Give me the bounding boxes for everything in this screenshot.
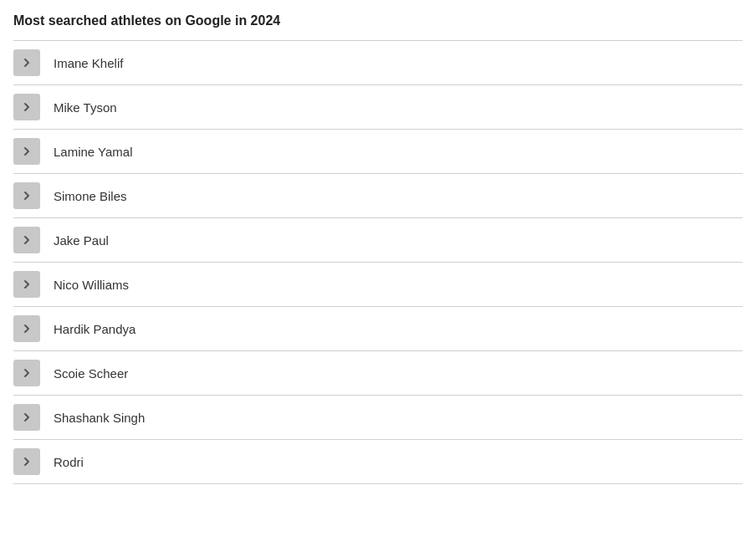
- chevron-right-icon: [21, 190, 33, 202]
- athlete-name: Hardik Pandya: [54, 322, 135, 336]
- chevron-icon[interactable]: [13, 404, 40, 431]
- chevron-icon[interactable]: [13, 227, 40, 253]
- athlete-name: Shashank Singh: [54, 411, 145, 425]
- chevron-right-icon: [21, 411, 33, 423]
- chevron-icon[interactable]: [13, 315, 40, 342]
- chevron-icon[interactable]: [13, 448, 40, 475]
- list-item[interactable]: Hardik Pandya: [13, 307, 743, 351]
- chevron-icon[interactable]: [13, 360, 40, 386]
- page-title: Most searched athletes on Google in 2024: [13, 13, 743, 28]
- athlete-name: Jake Paul: [54, 233, 109, 248]
- chevron-icon[interactable]: [13, 138, 40, 165]
- chevron-right-icon: [21, 456, 33, 468]
- chevron-right-icon: [21, 146, 33, 157]
- list-item[interactable]: Rodri: [13, 440, 743, 484]
- athletes-list: Imane Khelif Mike Tyson Lamine Yamal S: [13, 40, 743, 484]
- chevron-right-icon: [21, 234, 33, 246]
- chevron-right-icon: [21, 278, 33, 290]
- list-item[interactable]: Scoie Scheer: [13, 351, 743, 396]
- list-item[interactable]: Shashank Singh: [13, 396, 743, 440]
- athlete-name: Simone Biles: [54, 189, 127, 203]
- list-item[interactable]: Mike Tyson: [13, 85, 743, 130]
- chevron-icon[interactable]: [13, 271, 40, 298]
- chevron-right-icon: [21, 367, 33, 379]
- athlete-name: Imane Khelif: [54, 56, 123, 70]
- chevron-icon[interactable]: [13, 49, 40, 76]
- athlete-name: Lamine Yamal: [54, 145, 133, 159]
- list-item[interactable]: Nico Williams: [13, 263, 743, 307]
- list-item[interactable]: Lamine Yamal: [13, 130, 743, 174]
- list-item[interactable]: Simone Biles: [13, 174, 743, 218]
- athlete-name: Scoie Scheer: [54, 366, 128, 381]
- athlete-name: Nico Williams: [54, 278, 129, 292]
- athlete-name: Rodri: [54, 455, 84, 469]
- list-item[interactable]: Imane Khelif: [13, 40, 743, 85]
- chevron-right-icon: [21, 323, 33, 335]
- chevron-right-icon: [21, 57, 33, 69]
- athlete-name: Mike Tyson: [54, 100, 117, 115]
- chevron-right-icon: [21, 101, 33, 113]
- list-item[interactable]: Jake Paul: [13, 218, 743, 263]
- chevron-icon[interactable]: [13, 182, 40, 209]
- chevron-icon[interactable]: [13, 94, 40, 120]
